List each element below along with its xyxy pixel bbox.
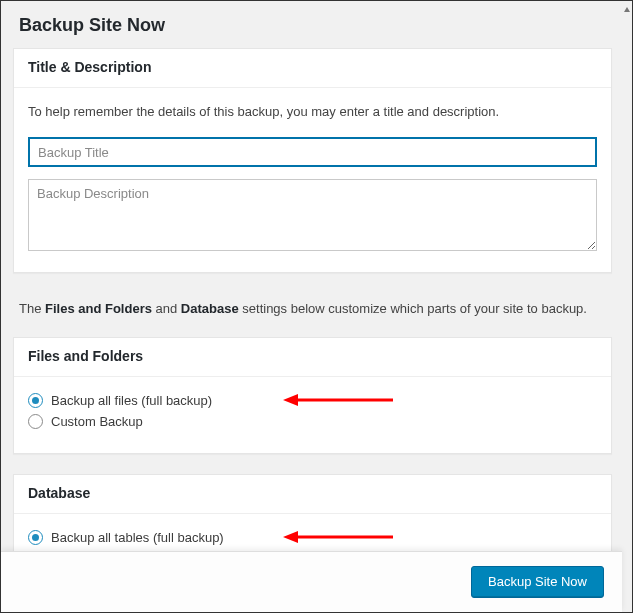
title-description-heading: Title & Description xyxy=(28,59,597,75)
database-full-backup-radio[interactable] xyxy=(28,530,43,545)
annotation-arrow-icon xyxy=(283,393,393,407)
files-folders-card: Files and Folders Backup all files (full… xyxy=(13,337,612,454)
backup-site-now-button[interactable]: Backup Site Now xyxy=(471,566,604,598)
database-full-backup-row: Backup all tables (full backup) xyxy=(28,530,597,545)
files-folders-heading: Files and Folders xyxy=(28,348,597,364)
database-heading: Database xyxy=(28,485,597,501)
helper-text: To help remember the details of this bac… xyxy=(28,104,597,119)
files-custom-backup-radio[interactable] xyxy=(28,414,43,429)
files-custom-backup-label[interactable]: Custom Backup xyxy=(51,414,143,429)
page-title: Backup Site Now xyxy=(13,11,612,48)
footer-bar: Backup Site Now xyxy=(1,551,622,612)
title-description-card: Title & Description To help remember the… xyxy=(13,48,612,273)
backup-title-input[interactable] xyxy=(28,137,597,167)
card-header: Files and Folders xyxy=(14,338,611,377)
svg-marker-4 xyxy=(624,7,630,12)
customize-explainer: The Files and Folders and Database setti… xyxy=(13,293,612,337)
scroll-up-icon xyxy=(623,2,631,10)
svg-marker-1 xyxy=(283,394,298,406)
card-header: Title & Description xyxy=(14,49,611,88)
main-scroll[interactable]: Backup Site Now Title & Description To h… xyxy=(1,1,624,612)
files-full-backup-label[interactable]: Backup all files (full backup) xyxy=(51,393,212,408)
svg-marker-3 xyxy=(283,531,298,543)
database-full-backup-label[interactable]: Backup all tables (full backup) xyxy=(51,530,224,545)
annotation-arrow-icon xyxy=(283,530,393,544)
backup-description-textarea[interactable] xyxy=(28,179,597,251)
files-full-backup-radio[interactable] xyxy=(28,393,43,408)
files-custom-backup-row: Custom Backup xyxy=(28,414,597,429)
files-full-backup-row: Backup all files (full backup) xyxy=(28,393,597,408)
card-header: Database xyxy=(14,475,611,514)
